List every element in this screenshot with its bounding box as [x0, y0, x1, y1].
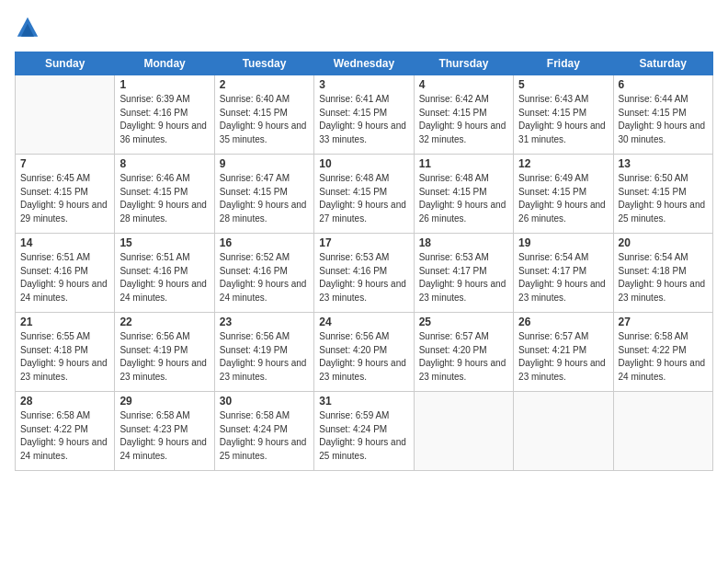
- daylight: Daylight: 9 hours and 25 minutes.: [319, 437, 406, 461]
- calendar-cell: 20Sunrise: 6:54 AMSunset: 4:18 PMDayligh…: [613, 234, 712, 313]
- sunrise: Sunrise: 6:54 AM: [619, 252, 688, 262]
- day-info: Sunrise: 6:42 AMSunset: 4:15 PMDaylight:…: [419, 93, 508, 146]
- daylight: Daylight: 9 hours and 24 minutes.: [119, 279, 207, 303]
- calendar-cell: 14Sunrise: 6:51 AMSunset: 4:16 PMDayligh…: [16, 234, 115, 313]
- calendar-cell: 22Sunrise: 6:56 AMSunset: 4:19 PMDayligh…: [115, 313, 214, 392]
- sunset: Sunset: 4:15 PM: [619, 187, 687, 197]
- header-day: Thursday: [414, 52, 513, 75]
- calendar-cell: 7Sunrise: 6:45 AMSunset: 4:15 PMDaylight…: [16, 155, 115, 234]
- calendar-cell: 12Sunrise: 6:49 AMSunset: 4:15 PMDayligh…: [514, 155, 613, 234]
- day-number: 12: [518, 157, 608, 170]
- sunset: Sunset: 4:15 PM: [220, 108, 288, 118]
- daylight: Daylight: 9 hours and 24 minutes.: [119, 437, 207, 461]
- daylight: Daylight: 9 hours and 31 minutes.: [518, 121, 606, 144]
- page-header: [15, 15, 713, 40]
- day-info: Sunrise: 6:54 AMSunset: 4:18 PMDaylight:…: [619, 251, 708, 304]
- logo: [15, 15, 44, 40]
- day-info: Sunrise: 6:58 AMSunset: 4:23 PMDaylight:…: [119, 409, 209, 463]
- sunrise: Sunrise: 6:42 AM: [419, 94, 489, 104]
- day-info: Sunrise: 6:47 AMSunset: 4:15 PMDaylight:…: [220, 172, 309, 225]
- sunrise: Sunrise: 6:58 AM: [619, 331, 688, 341]
- day-info: Sunrise: 6:39 AMSunset: 4:16 PMDaylight:…: [119, 93, 209, 146]
- sunrise: Sunrise: 6:58 AM: [119, 410, 189, 420]
- sunset: Sunset: 4:15 PM: [419, 187, 487, 197]
- day-info: Sunrise: 6:59 AMSunset: 4:24 PMDaylight:…: [319, 409, 408, 463]
- daylight: Daylight: 9 hours and 23 minutes.: [119, 358, 207, 382]
- header-day: Tuesday: [214, 52, 313, 75]
- sunset: Sunset: 4:18 PM: [20, 345, 88, 355]
- logo-icon: [15, 15, 40, 40]
- daylight: Daylight: 9 hours and 28 minutes.: [220, 200, 307, 224]
- calendar-cell: 3Sunrise: 6:41 AMSunset: 4:15 PMDaylight…: [314, 75, 414, 155]
- day-info: Sunrise: 6:56 AMSunset: 4:20 PMDaylight:…: [319, 330, 408, 384]
- day-number: 11: [419, 157, 508, 170]
- sunrise: Sunrise: 6:57 AM: [419, 331, 489, 341]
- daylight: Daylight: 9 hours and 23 minutes.: [419, 279, 506, 303]
- sunset: Sunset: 4:18 PM: [619, 266, 687, 276]
- day-number: 31: [319, 395, 408, 408]
- sunrise: Sunrise: 6:50 AM: [619, 173, 688, 183]
- day-number: 7: [20, 157, 109, 170]
- day-number: 5: [518, 78, 608, 91]
- day-number: 19: [518, 236, 608, 249]
- day-number: 10: [319, 157, 408, 170]
- page-container: SundayMondayTuesdayWednesdayThursdayFrid…: [0, 0, 728, 563]
- daylight: Daylight: 9 hours and 23 minutes.: [319, 279, 406, 303]
- sunset: Sunset: 4:15 PM: [20, 187, 88, 197]
- day-number: 22: [119, 316, 209, 328]
- sunset: Sunset: 4:15 PM: [220, 187, 288, 197]
- calendar-cell: 2Sunrise: 6:40 AMSunset: 4:15 PMDaylight…: [214, 75, 313, 155]
- day-info: Sunrise: 6:58 AMSunset: 4:22 PMDaylight:…: [20, 409, 109, 463]
- day-number: 25: [419, 316, 508, 328]
- daylight: Daylight: 9 hours and 29 minutes.: [20, 200, 108, 224]
- calendar-cell: 25Sunrise: 6:57 AMSunset: 4:20 PMDayligh…: [414, 313, 513, 392]
- calendar-cell: 10Sunrise: 6:48 AMSunset: 4:15 PMDayligh…: [314, 155, 414, 234]
- calendar-cell: 6Sunrise: 6:44 AMSunset: 4:15 PMDaylight…: [613, 75, 712, 155]
- sunrise: Sunrise: 6:56 AM: [119, 331, 189, 341]
- sunset: Sunset: 4:16 PM: [319, 266, 387, 276]
- sunset: Sunset: 4:15 PM: [419, 108, 487, 118]
- day-info: Sunrise: 6:54 AMSunset: 4:17 PMDaylight:…: [518, 251, 608, 304]
- daylight: Daylight: 9 hours and 33 minutes.: [319, 121, 406, 144]
- day-number: 1: [119, 78, 209, 91]
- sunrise: Sunrise: 6:58 AM: [220, 410, 290, 420]
- calendar-cell: 31Sunrise: 6:59 AMSunset: 4:24 PMDayligh…: [314, 392, 414, 471]
- day-number: 4: [419, 78, 508, 91]
- day-number: 9: [220, 157, 309, 170]
- calendar-cell: [613, 392, 712, 471]
- day-number: 30: [220, 395, 309, 408]
- header-day: Friday: [514, 52, 613, 75]
- daylight: Daylight: 9 hours and 23 minutes.: [20, 358, 108, 382]
- sunrise: Sunrise: 6:58 AM: [20, 410, 90, 420]
- day-number: 24: [319, 316, 408, 328]
- header-day: Monday: [115, 52, 214, 75]
- calendar-cell: 23Sunrise: 6:56 AMSunset: 4:19 PMDayligh…: [214, 313, 313, 392]
- calendar-body: 1Sunrise: 6:39 AMSunset: 4:16 PMDaylight…: [16, 75, 713, 471]
- calendar-cell: 18Sunrise: 6:53 AMSunset: 4:17 PMDayligh…: [414, 234, 513, 313]
- day-info: Sunrise: 6:51 AMSunset: 4:16 PMDaylight:…: [20, 251, 109, 304]
- sunrise: Sunrise: 6:45 AM: [20, 173, 90, 183]
- sunset: Sunset: 4:17 PM: [419, 266, 487, 276]
- sunrise: Sunrise: 6:41 AM: [319, 94, 389, 104]
- daylight: Daylight: 9 hours and 35 minutes.: [220, 121, 307, 144]
- sunset: Sunset: 4:17 PM: [518, 266, 586, 276]
- sunrise: Sunrise: 6:57 AM: [518, 331, 588, 341]
- day-number: 28: [20, 395, 109, 408]
- day-number: 2: [220, 78, 309, 91]
- day-info: Sunrise: 6:53 AMSunset: 4:16 PMDaylight:…: [319, 251, 408, 304]
- sunrise: Sunrise: 6:48 AM: [419, 173, 489, 183]
- daylight: Daylight: 9 hours and 24 minutes.: [619, 358, 706, 382]
- sunset: Sunset: 4:19 PM: [220, 345, 288, 355]
- daylight: Daylight: 9 hours and 27 minutes.: [319, 200, 406, 224]
- calendar-week-row: 1Sunrise: 6:39 AMSunset: 4:16 PMDaylight…: [16, 75, 713, 155]
- calendar-cell: 26Sunrise: 6:57 AMSunset: 4:21 PMDayligh…: [514, 313, 613, 392]
- calendar-cell: 24Sunrise: 6:56 AMSunset: 4:20 PMDayligh…: [314, 313, 414, 392]
- calendar-week-row: 7Sunrise: 6:45 AMSunset: 4:15 PMDaylight…: [16, 155, 713, 234]
- sunrise: Sunrise: 6:56 AM: [220, 331, 290, 341]
- calendar-cell: 19Sunrise: 6:54 AMSunset: 4:17 PMDayligh…: [514, 234, 613, 313]
- calendar-cell: 15Sunrise: 6:51 AMSunset: 4:16 PMDayligh…: [115, 234, 214, 313]
- calendar-week-row: 28Sunrise: 6:58 AMSunset: 4:22 PMDayligh…: [16, 392, 713, 471]
- sunset: Sunset: 4:20 PM: [319, 345, 387, 355]
- day-number: 27: [619, 316, 708, 328]
- sunset: Sunset: 4:15 PM: [319, 108, 387, 118]
